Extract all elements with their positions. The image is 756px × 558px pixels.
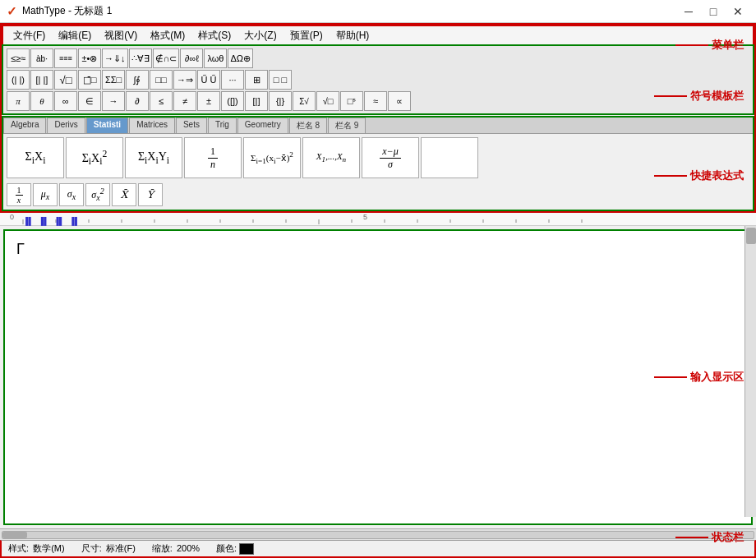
toolbar-row-2: (| |) [| |] √□ □̄□ ΣΣ□ ∫∮ □□ →⇒ Ű Ű ··· … [5,69,751,90]
expr-sum-xy[interactable]: ΣiXiYi [125,137,182,178]
tb-lambda[interactable]: λωθ [204,48,227,68]
editing-canvas[interactable]: Γ [3,229,753,525]
tb-in[interactable]: ∈ [78,91,101,111]
annotation-line-menubar [675,44,708,46]
tb-impl[interactable]: →⇒ [173,70,196,90]
expr-x-series[interactable]: X1,...,Xn [302,137,360,178]
toolbar-row-1: ≤≥≈ àb· ≡≡≡ ±•⊗ →⇓↓ ∴∀∃ ∉∩⊂ ∂∞ℓ λωθ ΔΩ⊕ [5,48,751,69]
tb-rect[interactable]: □ □ [269,70,292,90]
expr-empty[interactable] [421,137,478,178]
tab-matrices[interactable]: Matrices [129,118,175,133]
annotation-line-symbol [654,95,687,97]
expr-recip[interactable]: 1 x [7,183,31,206]
tb-paren[interactable]: (| |) [7,70,30,90]
maximize-button[interactable]: □ [702,3,725,20]
edit-scroll-area: Γ [0,226,756,528]
status-style: 样式: 数学(M) [8,542,65,555]
tb-dots[interactable]: ··· [221,70,244,90]
expr-mu-x[interactable]: μx [33,183,58,206]
window-controls: ─ □ ✕ [677,3,749,20]
tb-boxes[interactable]: □□ [150,70,173,90]
tb-partial2[interactable]: ∂ [126,91,149,111]
tb-inf[interactable]: ∞ [54,91,77,111]
menu-bar: 文件(F) 编辑(E) 视图(V) 格式(M) 样式(S) 大小(Z) 预置(P… [2,25,754,44]
tb-arr[interactable]: → [102,91,125,111]
tb-pluscirc[interactable]: ±•⊗ [78,48,101,68]
scrollbar-thumb-h[interactable] [2,532,27,538]
tb-frac[interactable]: □̄□ [78,70,101,90]
tb-delta[interactable]: ΔΩ⊕ [228,48,253,68]
tb-propto[interactable]: ∝ [388,91,411,111]
tab-trig[interactable]: Trig [208,118,237,133]
tab-col9[interactable]: 栏名 9 [328,118,366,133]
tab-sets[interactable]: Sets [176,118,207,133]
tb-hat[interactable]: Ű Ű [197,70,220,90]
expr-xbar[interactable]: X̄ [112,183,136,206]
quick-expression-panel: Algebra Derivs Statisti Matrices Sets Tr… [2,116,754,211]
expr-sum-x[interactable]: ΣiXi [7,137,64,178]
scrollbar-thumb-v[interactable] [746,228,756,244]
tb-sqrt2[interactable]: √□ [316,91,339,111]
tb-leq[interactable]: ≤≥≈ [7,48,30,68]
vertical-scrollbar[interactable] [744,226,756,517]
tb-paren2[interactable]: ([]) [221,91,244,111]
tab-derivs[interactable]: Derivs [47,118,85,133]
menu-preset[interactable]: 预置(P) [284,27,330,44]
toolbar-area: 文件(F) 编辑(E) 视图(V) 格式(M) 样式(S) 大小(Z) 预置(P… [0,23,756,213]
tb-notin[interactable]: ∉∩⊂ [153,48,180,68]
tb-brace[interactable]: {|} [269,91,292,111]
expr-1-over-n[interactable]: 1 n [184,137,242,178]
expr-sigma-x[interactable]: σx [59,183,84,206]
status-size: 尺寸: 标准(F) [81,542,136,555]
tb-ne[interactable]: ≠ [173,91,196,111]
menu-file[interactable]: 文件(F) [7,27,52,44]
tb-sum[interactable]: ΣΣ□ [102,70,125,90]
app-logo: ✓ [7,4,17,19]
menu-size[interactable]: 大小(Z) [237,27,283,44]
tb-integral[interactable]: ∫∮ [126,70,149,90]
close-button[interactable]: ✕ [726,3,749,20]
expr-sum-x2[interactable]: ΣiXi2 [66,137,123,178]
tb-therefore[interactable]: ∴∀∃ [129,48,152,68]
tb-bracket[interactable]: [| |] [30,70,53,90]
tb-le[interactable]: ≤ [150,91,173,111]
annotation-line-input [654,376,687,378]
menu-help[interactable]: 帮助(H) [330,27,376,44]
tb-equiv[interactable]: ≡≡≡ [54,48,77,68]
expr-sigma-x2[interactable]: σx2 [85,183,110,206]
scrollbar-track-h [2,531,754,539]
color-swatch [239,543,254,555]
tb-sup[interactable]: □ˢ [340,91,363,111]
tb-pm[interactable]: ± [197,91,220,111]
menu-edit[interactable]: 编辑(E) [52,27,98,44]
ruler-markers: ▐▌ ▐▌ ▐▌ ▐▌ [23,217,80,225]
menu-view[interactable]: 视图(V) [98,27,144,44]
tb-abs[interactable]: [|] [245,91,268,111]
annotation-status: 状态栏 [675,530,744,545]
horizontal-scrollbar[interactable] [0,528,756,540]
toolbar-row-3: π θ ∞ ∈ → ∂ ≤ ≠ ± ([]) [|] {|} Σ√ √□ □ˢ … [5,90,751,112]
tb-approx[interactable]: ≈ [364,91,387,111]
tab-statisti[interactable]: Statisti [86,118,128,133]
annotation-menubar: 菜单栏 [675,38,744,53]
tab-geometry[interactable]: Geometry [237,118,288,133]
expr-ybar[interactable]: Ȳ [138,183,163,206]
tab-algebra[interactable]: Algebra [3,118,46,133]
expr-sum-dev2[interactable]: Σi=1(xi−x̄)2 [243,137,301,178]
menu-format[interactable]: 格式(M) [144,27,191,44]
annotation-input: 输入显示区 [654,370,744,385]
tab-bar: Algebra Derivs Statisti Matrices Sets Tr… [3,118,753,134]
tb-sqrt[interactable]: √□ [54,70,77,90]
tb-sigmasq[interactable]: Σ√ [293,91,316,111]
minimize-button[interactable]: ─ [677,3,700,20]
tab-col8[interactable]: 栏名 8 [289,118,327,133]
tb-pi[interactable]: π [7,91,30,111]
tb-arrows1[interactable]: →⇓↓ [102,48,128,68]
tb-theta[interactable]: θ [30,91,53,111]
menu-style[interactable]: 样式(S) [191,27,237,44]
expr-zscore[interactable]: x−μ σ [362,137,419,178]
ruler: 0 5 [0,213,756,226]
tb-grid[interactable]: ⊞ [245,70,268,90]
tb-bold[interactable]: àb· [30,48,53,68]
tb-partial[interactable]: ∂∞ℓ [180,48,203,68]
